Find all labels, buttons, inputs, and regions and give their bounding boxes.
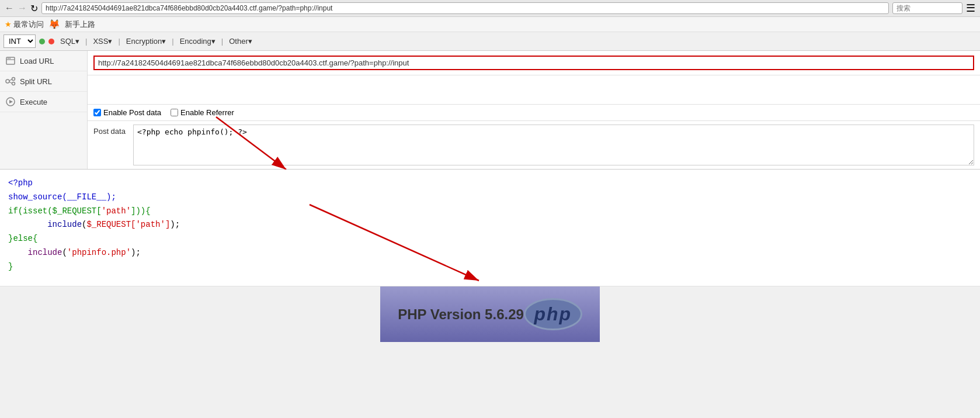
url-row (88, 51, 980, 75)
enable-post-checkbox-label[interactable]: Enable Post data (93, 108, 161, 117)
sidebar-item-split-url[interactable]: Split URL (0, 71, 87, 92)
back-icon[interactable]: ← (5, 3, 14, 13)
code-line-6: include('phpinfo.php'); (8, 246, 972, 260)
enable-referrer-checkbox-label[interactable]: Enable Referrer (171, 108, 234, 117)
reload-icon[interactable]: ↻ (30, 3, 38, 14)
code-line-1: <?php (8, 177, 972, 191)
php-banner-wrapper: PHP Version 5.6.29 php (0, 286, 980, 342)
load-url-label: Load URL (20, 57, 54, 65)
enable-referrer-checkbox[interactable] (171, 109, 178, 116)
search-bar[interactable] (892, 2, 962, 14)
bookmarks-bar: ★ 最常访问 🦊 新手上路 (0, 17, 980, 32)
url-input-wrapper (93, 56, 974, 70)
browser-bar: ← → ↻ ☰ (0, 0, 980, 17)
post-data-label: Post data (93, 125, 128, 136)
code-line-5: }else{ (8, 232, 972, 246)
right-content: Enable Post data Enable Referrer Post da… (88, 51, 980, 169)
post-data-input[interactable]: <?php echo phpinfo(); ?> (133, 125, 974, 165)
bookmark-label-2: 新手上路 (65, 19, 95, 30)
svg-point-3 (9, 58, 11, 59)
php-logo: php (524, 298, 582, 330)
sidebar-item-load-url[interactable]: Load URL (0, 51, 87, 71)
sidebar-item-execute[interactable]: Execute (0, 92, 87, 112)
url-input[interactable] (98, 58, 969, 67)
menu-icon[interactable]: ☰ (966, 2, 975, 15)
execute-icon (5, 96, 16, 108)
load-url-icon (5, 55, 16, 67)
enable-referrer-label: Enable Referrer (180, 108, 234, 117)
address-bar[interactable] (41, 2, 889, 14)
red-dot (48, 39, 54, 44)
type-selector[interactable]: INT (4, 34, 36, 48)
bookmark-frequent[interactable]: ★ 最常访问 (5, 19, 44, 30)
firefox-icon: 🦊 (48, 19, 60, 30)
split-url-label: Split URL (20, 77, 52, 86)
bookmark-newbie[interactable]: 新手上路 (65, 19, 95, 30)
star-icon: ★ (5, 20, 12, 29)
left-sidebar: Load URL Split URL Execute (0, 51, 88, 169)
code-line-7: } (8, 260, 972, 274)
svg-point-6 (12, 82, 15, 85)
url-padding (88, 75, 980, 105)
php-banner: PHP Version 5.6.29 php (380, 286, 600, 342)
sql-button[interactable]: SQL▾ (58, 36, 82, 47)
svg-point-2 (8, 58, 9, 59)
xss-button[interactable]: XSS▾ (91, 36, 114, 47)
code-line-2: show_source(__FILE__); (8, 191, 972, 205)
code-output-area: <?php show_source(__FILE__); if(isset($_… (0, 170, 980, 286)
split-url-icon (5, 75, 16, 87)
post-data-row: Post data <?php echo phpinfo(); ?> (88, 121, 980, 169)
php-version: PHP Version 5.6.29 (398, 306, 524, 323)
execute-label: Execute (20, 98, 47, 106)
checkboxes-row: Enable Post data Enable Referrer (88, 105, 980, 121)
enable-post-label: Enable Post data (103, 108, 161, 117)
svg-point-4 (6, 80, 9, 83)
php-logo-text: php (534, 303, 572, 325)
encryption-button[interactable]: Encryption▾ (124, 36, 168, 47)
svg-marker-10 (9, 100, 13, 103)
other-button[interactable]: Other▾ (227, 36, 255, 47)
main-panel: Load URL Split URL Execute (0, 51, 980, 170)
enable-post-checkbox[interactable] (93, 109, 101, 116)
code-line-4: include($_REQUEST['path']); (8, 218, 972, 232)
code-line-3: if(isset($_REQUEST['path'])){ (8, 205, 972, 219)
bookmark-label-1: 最常访问 (13, 19, 44, 30)
svg-line-8 (9, 82, 12, 84)
svg-line-7 (9, 80, 12, 81)
forward-icon[interactable]: → (18, 3, 27, 13)
green-dot-1 (39, 39, 45, 44)
svg-point-5 (12, 78, 15, 81)
encoding-button[interactable]: Encoding▾ (178, 36, 218, 47)
toolbar: INT SQL▾ | XSS▾ | Encryption▾ | Encoding… (0, 32, 980, 51)
